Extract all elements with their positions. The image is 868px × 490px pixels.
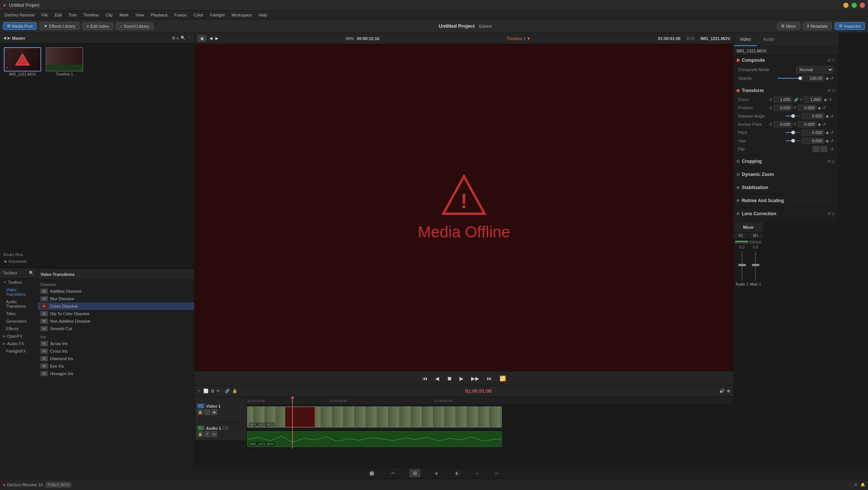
toolbox-audiofx-group[interactable]: ▶ Audio FX: [0, 340, 37, 347]
composite-enable-dot[interactable]: [737, 59, 740, 62]
sidebar-item-titles[interactable]: Titles: [0, 310, 37, 317]
trim-tool-icon[interactable]: ⊟: [211, 389, 214, 393]
anchor-y-input[interactable]: [798, 121, 816, 127]
media-pool-button[interactable]: ⊞ Media Pool: [3, 22, 37, 30]
video-clip[interactable]: IMG_1321.MOV: [247, 407, 502, 427]
keywords-item[interactable]: ▶ Keywords: [3, 258, 191, 264]
tab-audio[interactable]: Audio: [757, 33, 780, 46]
lens-enable-dot[interactable]: [737, 212, 740, 215]
pitch-slider[interactable]: [786, 132, 800, 133]
track-mute-btn[interactable]: 🔒: [197, 431, 203, 437]
close-button[interactable]: [860, 3, 865, 8]
opacity-keyframe-btn[interactable]: ◆: [826, 76, 829, 81]
effects-library-button[interactable]: ★ Effects Library: [40, 22, 79, 30]
tab-deliver[interactable]: ▷: [493, 469, 502, 477]
menu-help[interactable]: Help: [256, 12, 270, 18]
transition-diamond-iris[interactable]: ▦ Diamond Iris: [37, 355, 194, 362]
tab-edit[interactable]: ⊟: [409, 469, 421, 477]
zoom-x-input[interactable]: [774, 97, 792, 103]
pitch-slider-thumb[interactable]: [791, 131, 795, 134]
minimize-button[interactable]: [843, 3, 849, 8]
yaw-slider[interactable]: [786, 140, 800, 141]
retime-header[interactable]: Retime And Scaling: [734, 196, 838, 206]
menu-edit[interactable]: Edit: [52, 12, 65, 18]
select-tool-icon[interactable]: ↖: [198, 389, 201, 393]
transition-cross-iris[interactable]: ▦ Cross Iris: [37, 347, 194, 355]
metadata-button[interactable]: ℹ Metadata: [803, 22, 832, 30]
tab-fusion[interactable]: ◈: [432, 469, 441, 477]
position-y-input[interactable]: [798, 105, 816, 111]
pitch-input[interactable]: [802, 130, 824, 136]
search-icon[interactable]: 🔍: [180, 36, 186, 40]
transition-additive-dissolve[interactable]: ▦ Additive Dissolve: [37, 287, 194, 295]
retime-enable-dot[interactable]: [737, 199, 740, 202]
zoom-y-input[interactable]: [804, 97, 822, 103]
menu-playback[interactable]: Playback: [148, 12, 171, 18]
add-track-icon[interactable]: ⊕: [727, 389, 730, 393]
sidebar-item-fairlightfx[interactable]: FairlightFX: [0, 347, 37, 355]
rotation-input[interactable]: [802, 113, 824, 119]
transition-non-additive-dissolve[interactable]: ▦ Non-Additive Dissolve: [37, 317, 194, 325]
transform-section-header[interactable]: Transform ↺ ▽: [734, 86, 838, 95]
cropping-expand-btn[interactable]: ▷: [832, 159, 835, 164]
menu-view[interactable]: View: [132, 12, 147, 18]
fader-a1[interactable]: [741, 251, 743, 281]
rotation-slider[interactable]: [786, 116, 800, 116]
audio-clip[interactable]: IMG_1321.MOV: [247, 431, 502, 447]
track-film-btn[interactable]: ⬛: [204, 409, 210, 415]
dynamic-zoom-header[interactable]: Dynamic Zoom: [734, 170, 838, 179]
position-reset-btn[interactable]: ↺: [822, 106, 826, 110]
tab-media[interactable]: ⬤: [366, 469, 377, 477]
opacity-slider-thumb[interactable]: [798, 76, 802, 80]
flip-vertical-btn[interactable]: ↕: [820, 146, 827, 152]
menu-workspace[interactable]: Workspace: [228, 12, 255, 18]
sound-library-button[interactable]: ♪ Sound Library: [116, 22, 154, 30]
tab-video[interactable]: Video: [734, 33, 757, 46]
fader-m1-handle[interactable]: [752, 264, 759, 266]
grid-view-icon[interactable]: ⊞: [172, 36, 175, 40]
timeline-item[interactable]: Timeline 1: [45, 46, 84, 246]
tab-color[interactable]: ◐: [452, 469, 462, 477]
tab-cut[interactable]: ✂: [388, 469, 398, 477]
transform-expand-btn[interactable]: ▽: [832, 88, 835, 93]
transition-hexagon-iris[interactable]: ▦ Hexagon Iris: [37, 370, 194, 377]
position-x-input[interactable]: [774, 105, 792, 111]
yaw-slider-thumb[interactable]: [791, 139, 795, 143]
clip-tool-icon[interactable]: ⬜: [203, 389, 209, 393]
anchor-reset-btn[interactable]: ↺: [822, 122, 826, 127]
composite-reset-btn[interactable]: ↺: [827, 58, 831, 63]
menu-davinci[interactable]: DaVinci Resolve: [1, 12, 38, 18]
go-to-end-button[interactable]: ⏭: [485, 375, 494, 382]
toolbox-openfx-group[interactable]: ▶ OpenFX: [0, 332, 37, 340]
transition-blur-dissolve[interactable]: ▦ Blur Dissolve: [37, 295, 194, 302]
menu-clip[interactable]: Clip: [103, 12, 116, 18]
play-button[interactable]: ▶: [458, 375, 465, 382]
zoom-link-icon[interactable]: 🔗: [794, 98, 798, 102]
transition-dip-color-dissolve[interactable]: ▦ Dip To Color Dissolve: [37, 310, 194, 317]
track-solo-btn[interactable]: S: [204, 431, 210, 437]
mixer-button[interactable]: ⊞ Mixer: [777, 22, 800, 30]
transform-reset-btn[interactable]: ↺: [827, 88, 831, 93]
lens-header[interactable]: Lens Correction ↺ ▷: [734, 209, 838, 219]
zoom-keyframe-btn[interactable]: ◆: [824, 97, 827, 102]
dynamic-zoom-enable-dot[interactable]: [737, 173, 740, 176]
media-item[interactable]: ! ♪ IMG_1321.MOV: [3, 46, 42, 246]
edit-index-button[interactable]: ≡ Edit Index: [82, 22, 113, 30]
opacity-slider[interactable]: [778, 78, 800, 79]
transition-smooth-cut[interactable]: ▦ Smooth Cut: [37, 325, 194, 332]
razor-tool-icon[interactable]: ✂: [216, 389, 220, 393]
cropping-enable-dot[interactable]: [737, 160, 740, 163]
fader-m1[interactable]: [755, 251, 756, 281]
transition-eye-iris[interactable]: ▦ Eye Iris: [37, 362, 194, 370]
sidebar-item-generators[interactable]: Generators: [0, 317, 37, 325]
timeline-thumbnail[interactable]: [46, 47, 83, 71]
opacity-input[interactable]: [802, 75, 824, 81]
track-audio-btn[interactable]: ▣: [211, 409, 217, 415]
composite-mode-select[interactable]: Normal: [796, 66, 834, 73]
playhead[interactable]: [292, 397, 293, 405]
menu-file[interactable]: File: [39, 12, 51, 18]
yaw-reset-btn[interactable]: ↺: [830, 139, 834, 143]
media-thumbnail[interactable]: ! ♪: [4, 47, 41, 71]
tab-fairlight[interactable]: ♪: [473, 469, 482, 477]
cropping-reset-btn[interactable]: ↺: [827, 159, 831, 164]
